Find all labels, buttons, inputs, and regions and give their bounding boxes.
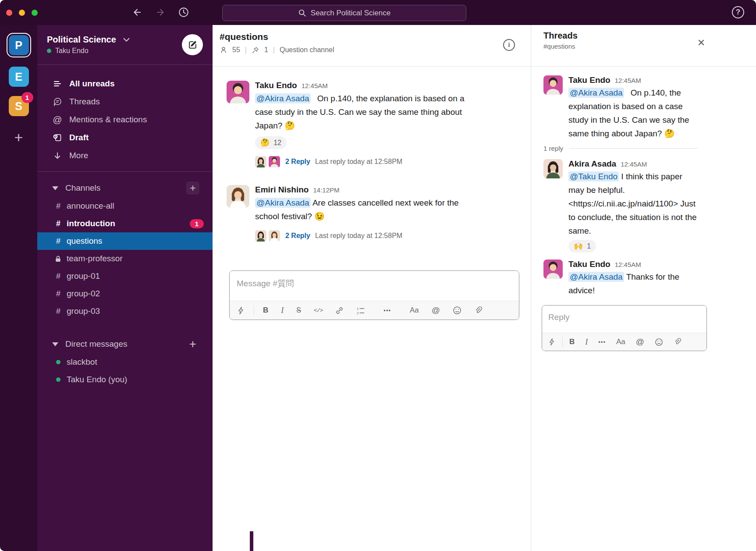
mention-button[interactable]: @ [636,337,644,347]
reply-count-label: 1 reply [543,145,563,152]
message-author[interactable]: Emiri Nishino [255,185,309,195]
more-actions-button[interactable]: ••• [598,337,606,347]
pinned-count[interactable]: 1 [264,46,268,54]
ordered-list-icon: 12 [356,306,365,315]
dm-section-header[interactable]: Direct messages + [37,335,213,353]
sidebar-item-label: Mentions & reactions [69,115,147,124]
workspace-menu[interactable]: Political Science [47,35,130,45]
text-format-button[interactable]: Aa [616,337,625,347]
sidebar-item-more[interactable]: More [37,146,213,164]
emoji-button[interactable] [453,306,461,315]
reply-avatar [255,156,266,167]
message-author[interactable]: Akira Asada [568,159,616,169]
sidebar-header: Political Science Taku Endo [37,25,213,65]
message-timestamp: 12:45AM [621,160,647,168]
sidebar-item-label: All unreads [69,79,114,89]
strikethrough-button[interactable]: S [296,306,301,315]
message-author[interactable]: Taku Endo [255,81,297,90]
sidebar-channel-questions[interactable]: # questions [37,232,213,250]
reply-input[interactable] [542,306,706,333]
message-timestamp: 12:45AM [615,261,641,268]
avatar[interactable] [543,260,563,279]
add-dm-button[interactable]: + [186,338,199,351]
sidebar-channel-announce-all[interactable]: # announce-all [37,197,213,215]
sidebar-channel-group-03[interactable]: # group-03 [37,302,213,320]
hash-icon: # [55,202,62,211]
reaction-pill[interactable]: 🤔 12 [255,136,287,149]
new-message-button[interactable] [182,34,203,55]
channel-info-button[interactable]: i [503,39,515,51]
workspace-unread-badge: 1 [21,92,33,103]
thread-reply-bar[interactable]: 2 Reply Last reply today at 12:58PM [255,230,472,242]
close-thread-button[interactable]: ✕ [696,37,707,49]
smiley-icon [655,338,663,346]
avatar[interactable] [227,185,249,208]
text-format-button[interactable]: Aa [410,306,419,315]
emoji-button[interactable] [655,337,663,347]
avatar[interactable] [543,159,563,178]
italic-button[interactable]: I [281,306,284,315]
ordered-list-button[interactable]: 12 [356,306,365,315]
thinking-face-emoji: 🤔 [260,138,270,147]
close-button[interactable] [6,10,12,16]
user-mention[interactable]: @Akira Asada [255,93,311,103]
help-button[interactable]: ? [732,6,744,18]
draft-icon [53,133,62,142]
message: Emiri Nishino 14:12PM @Akira Asada Are c… [227,185,531,242]
sidebar-item-threads[interactable]: Threads [37,92,213,110]
channel-name: questions [67,236,102,246]
meta-separator: | [245,46,247,54]
user-mention[interactable]: @Akira Asada [255,198,311,208]
sidebar-item-draft[interactable]: Draft [37,128,213,146]
toolbar-divider [562,337,563,347]
channels-section-header[interactable]: Channels + [37,179,213,197]
reaction-pill[interactable]: 🙌 1 [568,240,596,252]
code-button[interactable]: </> [314,306,323,315]
add-workspace-button[interactable]: + [14,129,23,146]
sidebar-channel-group-01[interactable]: # group-01 [37,267,213,285]
message-author[interactable]: Taku Endo [568,75,610,85]
thread-reply-bar[interactable]: 2 Reply Last reply today at 12:58PM [255,156,472,167]
link-button[interactable] [335,306,344,315]
sidebar-channel-team-professor[interactable]: team-professor [37,250,213,267]
sidebar-item-all-unreads[interactable]: All unreads [37,75,213,92]
sidebar-dm-taku-endo[interactable]: Taku Endo (you) [37,371,213,388]
history-menu-button[interactable] [178,7,189,18]
bold-button[interactable]: B [569,337,575,347]
member-count[interactable]: 55 [232,46,240,54]
search-bar[interactable]: Search Political Science [222,5,466,21]
italic-button[interactable]: I [585,337,588,347]
workspace-s[interactable]: S 1 [9,96,29,116]
user-mention[interactable]: @Akira Asada [568,88,624,98]
sidebar-item-mentions[interactable]: @ Mentions & reactions [37,110,213,128]
avatar[interactable] [543,75,563,95]
message-author[interactable]: Taku Endo [568,260,610,269]
bold-button[interactable]: B [263,306,268,315]
mention-button[interactable]: @ [432,306,440,315]
reply-count-link[interactable]: 2 Reply [285,158,310,166]
history-forward-button[interactable] [155,7,166,18]
shortcuts-button[interactable] [548,337,556,347]
minimize-button[interactable] [19,10,25,16]
zoom-button[interactable] [32,10,38,16]
attach-button[interactable] [674,337,681,347]
sidebar-channel-introduction[interactable]: # introduction 1 [37,215,213,232]
user-mention[interactable]: @Akira Asada [568,272,624,282]
channel-header: #questions 55 | 1 | Question channel i [213,25,531,67]
attach-button[interactable] [474,306,483,315]
avatar[interactable] [227,81,249,103]
sidebar: Political Science Taku Endo All unreads [37,25,213,551]
sidebar-channel-group-02[interactable]: # group-02 [37,285,213,302]
add-channel-button[interactable]: + [186,181,199,195]
history-back-button[interactable] [131,7,143,18]
thread-reply: Taku Endo 12:45AM @Akira Asada Thanks fo… [543,260,756,297]
shortcuts-button[interactable] [237,306,245,315]
reply-count-link[interactable]: 2 Reply [285,232,310,240]
message-input[interactable] [230,271,519,301]
more-actions-button[interactable]: ••• [383,306,391,315]
channel-topic[interactable]: Question channel [280,46,334,54]
user-mention[interactable]: @Taku Endo [568,171,619,181]
sidebar-dm-slackbot[interactable]: slackbot [37,353,213,371]
workspace-e[interactable]: E [9,67,29,87]
workspace-political-science[interactable]: P [9,35,29,55]
